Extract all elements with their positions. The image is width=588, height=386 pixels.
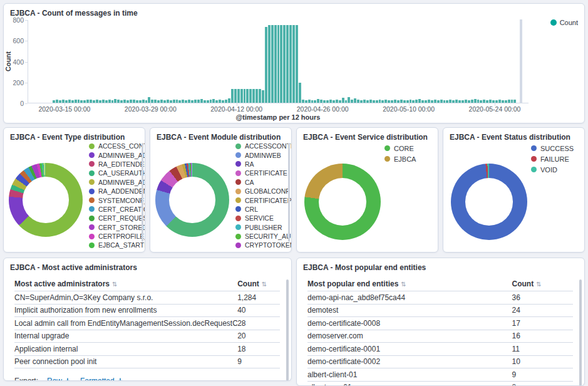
legend-item[interactable]: ADMINWEB_AD...: [89, 178, 145, 187]
histogram-bar[interactable]: [59, 100, 61, 103]
legend-item[interactable]: SUCCESS: [531, 143, 574, 154]
histogram-bar[interactable]: [188, 100, 190, 103]
histogram-bar[interactable]: [443, 100, 446, 103]
histogram-bar[interactable]: [326, 100, 329, 103]
histogram-bar[interactable]: [114, 99, 116, 103]
legend-item[interactable]: ADMINWEB: [235, 150, 292, 159]
table-scrollbar[interactable]: [579, 279, 582, 386]
event-module-donut-chart[interactable]: [155, 163, 229, 237]
histogram-bar[interactable]: [474, 99, 477, 103]
histogram-bar[interactable]: [90, 100, 92, 103]
histogram-bar[interactable]: [434, 100, 436, 103]
histogram-bar[interactable]: [302, 100, 304, 103]
histogram-bar[interactable]: [296, 25, 298, 103]
histogram-bar[interactable]: [403, 100, 406, 103]
histogram-bar[interactable]: [65, 100, 68, 103]
histogram-bar[interactable]: [222, 100, 224, 103]
histogram-bar[interactable]: [78, 100, 80, 103]
histogram-bar[interactable]: [452, 100, 455, 103]
histogram-bar[interactable]: [231, 89, 234, 103]
histogram-bar[interactable]: [200, 99, 203, 103]
histogram-bar[interactable]: [139, 100, 142, 103]
histogram-bar[interactable]: [246, 89, 249, 103]
histogram-bar[interactable]: [483, 100, 485, 103]
histogram-bar[interactable]: [305, 100, 307, 103]
histogram-bar[interactable]: [274, 25, 277, 103]
legend-item[interactable]: PUBLISHER: [235, 223, 292, 232]
histogram-bar[interactable]: [62, 100, 64, 103]
histogram-bar[interactable]: [182, 100, 184, 103]
histogram-bar[interactable]: [130, 100, 132, 103]
histogram-bar[interactable]: [369, 100, 372, 103]
histogram-bar[interactable]: [437, 100, 440, 103]
histogram-bar[interactable]: [366, 100, 369, 103]
legend-item[interactable]: RA_EDITENDENT...: [89, 160, 145, 169]
histogram-bar[interactable]: [299, 83, 301, 103]
histogram-bar[interactable]: [194, 100, 197, 103]
histogram-bar[interactable]: [376, 100, 378, 103]
histogram-bar[interactable]: [400, 100, 403, 103]
histogram-bar[interactable]: [244, 89, 246, 103]
histogram-bar[interactable]: [99, 100, 101, 103]
legend-item[interactable]: CERTPROFILE_E...: [89, 232, 145, 241]
histogram-plot-area[interactable]: [28, 20, 529, 103]
histogram-bar[interactable]: [384, 100, 387, 103]
histogram-bar[interactable]: [154, 100, 157, 103]
event-type-donut-chart[interactable]: [9, 163, 83, 237]
histogram-bar[interactable]: [286, 25, 289, 103]
histogram-bar[interactable]: [283, 25, 286, 103]
histogram-bar[interactable]: [406, 100, 409, 103]
column-header-count[interactable]: Count⇅: [237, 278, 280, 291]
histogram-bar[interactable]: [486, 100, 488, 103]
histogram-bar[interactable]: [339, 100, 341, 103]
event-status-donut-chart[interactable]: [451, 164, 527, 240]
sort-icon[interactable]: ⇅: [262, 281, 267, 288]
histogram-bar[interactable]: [308, 100, 311, 103]
histogram-bar[interactable]: [394, 100, 396, 103]
histogram-bar[interactable]: [56, 100, 58, 103]
legend-item[interactable]: CORE: [384, 143, 416, 154]
legend-item[interactable]: ADMINWEB_AD...: [89, 150, 145, 159]
histogram-bar[interactable]: [317, 99, 319, 103]
histogram-bar[interactable]: [185, 100, 187, 103]
legend-scrollbar[interactable]: [288, 143, 290, 242]
histogram-bar[interactable]: [207, 100, 209, 103]
histogram-partial-bucket-bar[interactable]: [520, 19, 522, 103]
histogram-bar[interactable]: [163, 100, 166, 103]
histogram-bar[interactable]: [379, 100, 381, 103]
sort-icon[interactable]: ⇅: [112, 281, 117, 288]
histogram-bar[interactable]: [513, 100, 516, 103]
histogram-bar[interactable]: [421, 100, 424, 103]
histogram-bar[interactable]: [120, 100, 123, 103]
table-row[interactable]: demo-certificate-000111: [307, 343, 573, 356]
table-row[interactable]: demotest24: [307, 304, 573, 317]
histogram-bar[interactable]: [462, 100, 464, 103]
table-row[interactable]: demoserver.com16: [307, 330, 573, 343]
legend-item[interactable]: CRL: [235, 205, 292, 214]
histogram-bar[interactable]: [96, 100, 98, 103]
legend-item[interactable]: SYSTEMCONF_E...: [89, 196, 145, 204]
legend-item[interactable]: ACCESS_CONTR...: [89, 142, 145, 150]
histogram-bar[interactable]: [157, 100, 160, 103]
histogram-bar[interactable]: [505, 100, 507, 103]
legend-item[interactable]: CERTIFICATE: [235, 169, 292, 177]
histogram-bar[interactable]: [145, 100, 148, 103]
export-raw-link[interactable]: Raw: [47, 377, 71, 381]
histogram-bar[interactable]: [105, 100, 108, 103]
table-row[interactable]: Internal upgrade20: [14, 330, 280, 343]
histogram-bar[interactable]: [440, 100, 443, 103]
column-header-name[interactable]: Most active administrators⇅: [14, 278, 237, 291]
histogram-bar[interactable]: [225, 100, 227, 103]
legend-item[interactable]: CA: [235, 178, 292, 187]
histogram-bar[interactable]: [480, 100, 482, 103]
histogram-bar[interactable]: [391, 100, 393, 103]
histogram-bar[interactable]: [363, 100, 366, 103]
histogram-bar[interactable]: [477, 100, 480, 103]
legend-item[interactable]: CERT_STORED: [89, 223, 145, 232]
histogram-bar[interactable]: [348, 97, 350, 103]
legend-item[interactable]: EJBCA: [384, 154, 416, 164]
histogram-bar[interactable]: [75, 100, 77, 103]
histogram-bar[interactable]: [178, 100, 181, 103]
histogram-bar[interactable]: [215, 100, 218, 103]
legend-item[interactable]: CA_USERAUTH: [89, 169, 145, 177]
